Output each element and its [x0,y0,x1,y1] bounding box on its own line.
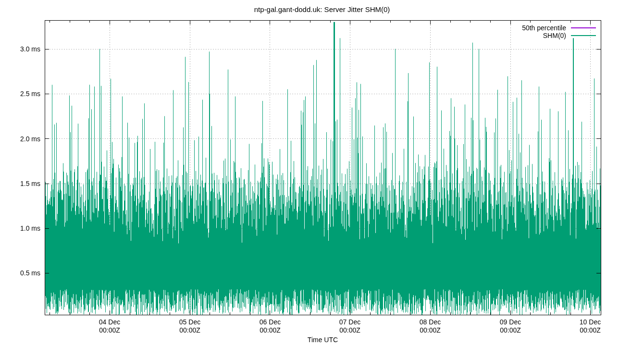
legend: 50th percentile SHM(0) [522,24,596,39]
x-tick-date: 10 Dec [580,318,601,326]
legend-label: 50th percentile [522,24,566,32]
legend-line-swatch [571,35,596,36]
y-tick-label: 0.5 ms [3,269,40,277]
x-tick-time: 00:00Z [500,326,521,334]
x-axis-title: Time UTC [45,336,601,344]
x-tick-time: 00:00Z [420,326,441,334]
y-tick-label: 1.0 ms [3,224,40,233]
x-tick-date: 09 Dec [500,318,521,326]
legend-item-shm0: SHM(0) [522,32,596,39]
x-tick-label: 08 Dec 00:00Z [409,318,452,334]
legend-label: SHM(0) [543,32,566,39]
legend-line-swatch [571,27,596,28]
x-tick-date: 06 Dec [260,318,281,326]
y-tick-label: 2.5 ms [3,89,40,98]
x-tick-time: 00:00Z [99,326,120,334]
x-tick-label: 04 Dec 00:00Z [88,318,131,334]
y-tick-label: 2.0 ms [3,135,40,143]
x-tick-date: 07 Dec [339,318,360,326]
x-tick-time: 00:00Z [580,326,601,334]
x-tick-date: 05 Dec [179,318,200,326]
chart-title: ntp-gal.gant-dodd.uk: Server Jitter SHM(… [0,5,644,13]
x-tick-label: 09 Dec 00:00Z [489,318,532,334]
x-tick-date: 08 Dec [420,318,441,326]
x-tick-label: 10 Dec 00:00Z [569,318,612,334]
x-tick-label: 05 Dec 00:00Z [168,318,211,334]
legend-item-50th-percentile: 50th percentile [522,24,596,32]
x-tick-label: 06 Dec 00:00Z [248,318,292,334]
y-tick-label: 3.0 ms [3,45,40,53]
x-tick-date: 04 Dec [99,318,120,326]
y-tick-label: 1.5 ms [3,179,40,188]
x-tick-time: 00:00Z [179,326,200,334]
x-tick-label: 07 Dec 00:00Z [328,318,372,334]
x-tick-time: 00:00Z [260,326,281,334]
x-tick-time: 00:00Z [339,326,360,334]
chart-canvas [0,0,644,346]
jitter-chart-figure: ntp-gal.gant-dodd.uk: Server Jitter SHM(… [0,0,644,346]
